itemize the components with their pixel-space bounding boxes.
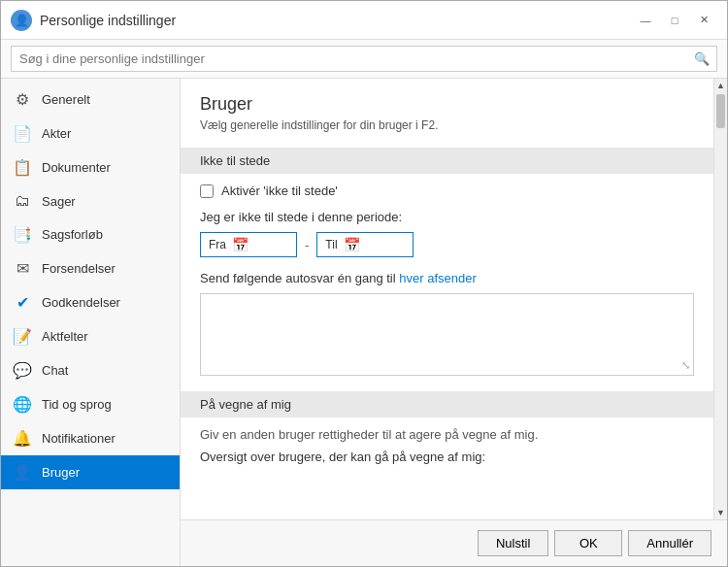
- oversigt-label: Oversigt over brugere, der kan gå på veg…: [200, 450, 694, 464]
- close-button[interactable]: ✕: [690, 9, 717, 32]
- nulstil-button[interactable]: Nulstil: [478, 530, 548, 556]
- main-content: Bruger Vælg generelle indstillinger for …: [181, 79, 727, 566]
- date-separator: -: [305, 238, 309, 252]
- chat-icon: 💬: [13, 361, 32, 380]
- sidebar-label-sager: Sager: [42, 194, 76, 209]
- scroll-up-button[interactable]: ▲: [714, 79, 727, 92]
- page-subtitle: Vælg generelle indstillinger for din bru…: [200, 118, 694, 132]
- section-header-ikke-til-stede: Ikke til stede: [181, 148, 713, 174]
- app-icon: 👤: [11, 10, 32, 31]
- section-header-paa-vegne: På vegne af mig: [181, 391, 713, 417]
- page-title: Bruger: [200, 94, 694, 115]
- aktiveer-label: Aktivér 'ikke til stede': [221, 183, 338, 198]
- autosvar-prefix: Send følgende autosvar én gang til: [200, 271, 399, 285]
- bruger-icon: 👤: [13, 463, 32, 482]
- fra-label: Fra: [209, 238, 226, 251]
- search-input-wrap: 🔍: [11, 46, 717, 72]
- sidebar-item-akter[interactable]: 📄 Akter: [1, 117, 180, 150]
- annuller-button[interactable]: Annullér: [628, 530, 711, 556]
- checkbox-row-aktivér: Aktivér 'ikke til stede': [200, 183, 694, 198]
- window-controls: — □ ✕: [632, 9, 717, 32]
- sidebar-item-aktfelter[interactable]: 📝 Aktfelter: [1, 319, 180, 353]
- til-calendar-icon: 📅: [344, 237, 360, 252]
- scroll-thumb[interactable]: [716, 94, 725, 128]
- notifikationer-icon: 🔔: [13, 429, 32, 448]
- dokumenter-icon: 📋: [13, 158, 32, 177]
- sidebar-item-sager[interactable]: 🗂 Sager: [1, 184, 180, 217]
- scroll-down-button[interactable]: ▼: [714, 506, 727, 519]
- period-label: Jeg er ikke til stede i denne periode:: [200, 210, 694, 224]
- akter-icon: 📄: [13, 124, 32, 143]
- maximize-button[interactable]: □: [661, 9, 688, 32]
- sidebar-label-akter: Akter: [42, 126, 71, 141]
- sidebar-item-godkendelser[interactable]: ✔ Godkendelser: [1, 285, 180, 319]
- sagsforloeb-icon: 📑: [13, 225, 32, 244]
- sidebar-item-generelt[interactable]: ⚙ Generelt: [1, 83, 180, 117]
- scrollbar: ▲ ▼: [713, 79, 727, 519]
- window-title: Personlige indstillinger: [40, 13, 632, 28]
- autosvar-label: Send følgende autosvar én gang til hver …: [200, 271, 694, 285]
- date-row: Fra 📅 - Til 📅: [200, 232, 694, 257]
- autosvar-textarea-wrap: ⤡: [200, 293, 694, 376]
- sidebar-label-tid-og-sprog: Tid og sprog: [42, 397, 112, 412]
- sidebar-item-bruger[interactable]: 👤 Bruger: [1, 455, 180, 489]
- sidebar: ⚙ Generelt 📄 Akter 📋 Dokumenter 🗂 Sager …: [1, 79, 181, 566]
- paa-vegne-description: Giv en anden bruger rettigheder til at a…: [200, 427, 694, 442]
- minimize-button[interactable]: —: [632, 9, 659, 32]
- sidebar-label-forsendelser: Forsendelser: [42, 261, 116, 276]
- sidebar-label-sagsforloeb: Sagsforløb: [42, 227, 103, 242]
- search-input[interactable]: [11, 46, 717, 72]
- sidebar-label-aktfelter: Aktfelter: [42, 329, 88, 344]
- content-area: ⚙ Generelt 📄 Akter 📋 Dokumenter 🗂 Sager …: [1, 79, 727, 566]
- resize-icon: ⤡: [681, 359, 690, 372]
- sidebar-item-sagsforloeb[interactable]: 📑 Sagsforløb: [1, 217, 180, 251]
- godkendelser-icon: ✔: [13, 293, 32, 312]
- sidebar-item-dokumenter[interactable]: 📋 Dokumenter: [1, 150, 180, 184]
- sager-icon: 🗂: [13, 192, 32, 210]
- gear-icon: ⚙: [13, 90, 32, 109]
- til-label: Til: [325, 238, 337, 251]
- forsendelser-icon: ✉: [13, 259, 32, 278]
- search-icon: 🔍: [694, 51, 710, 66]
- sidebar-item-notifikationer[interactable]: 🔔 Notifikationer: [1, 421, 180, 455]
- aktfelter-icon: 📝: [13, 327, 32, 346]
- sidebar-label-generelt: Generelt: [42, 92, 90, 107]
- sidebar-item-chat[interactable]: 💬 Chat: [1, 353, 180, 387]
- aktiveer-checkbox[interactable]: [200, 184, 214, 198]
- scroll-track: [714, 92, 727, 506]
- ok-button[interactable]: OK: [554, 530, 622, 556]
- autosvar-textarea[interactable]: [201, 294, 693, 372]
- autosvar-link[interactable]: hver afsender: [399, 271, 477, 285]
- search-bar: 🔍: [1, 40, 727, 79]
- sidebar-label-dokumenter: Dokumenter: [42, 160, 111, 175]
- til-date-input[interactable]: Til 📅: [316, 232, 414, 257]
- fra-calendar-icon: 📅: [232, 237, 248, 252]
- sidebar-item-tid-og-sprog[interactable]: 🌐 Tid og sprog: [1, 387, 180, 421]
- sidebar-item-forsendelser[interactable]: ✉ Forsendelser: [1, 251, 180, 285]
- main-window: 👤 Personlige indstillinger — □ ✕ 🔍 ⚙ Gen…: [0, 0, 728, 567]
- sidebar-label-godkendelser: Godkendelser: [42, 295, 120, 310]
- tid-og-sprog-icon: 🌐: [13, 395, 32, 414]
- fra-date-input[interactable]: Fra 📅: [200, 232, 297, 257]
- footer: Nulstil OK Annullér: [181, 519, 727, 566]
- title-bar: 👤 Personlige indstillinger — □ ✕: [1, 1, 727, 40]
- sidebar-label-bruger: Bruger: [42, 465, 80, 480]
- main-scroll-area: Bruger Vælg generelle indstillinger for …: [181, 79, 713, 519]
- sidebar-label-notifikationer: Notifikationer: [42, 431, 116, 446]
- sidebar-label-chat: Chat: [42, 363, 68, 378]
